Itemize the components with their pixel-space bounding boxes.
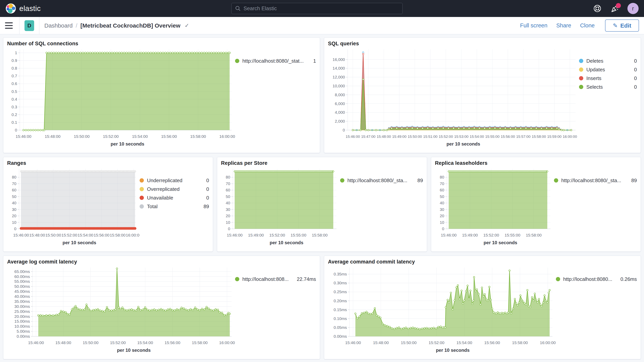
- replicas-per-store-chart[interactable]: 8070605040302010015:46:0015:49:0015:52:0…: [221, 166, 340, 240]
- svg-text:60: 60: [440, 188, 444, 192]
- svg-text:15:54:00: 15:54:00: [78, 233, 93, 237]
- svg-text:40: 40: [12, 201, 16, 205]
- svg-text:15.00ms: 15.00ms: [14, 319, 30, 324]
- svg-text:10: 10: [226, 220, 230, 224]
- replica-leaseholders-chart[interactable]: 8070605040302010015:46:0015:49:0015:52:0…: [435, 166, 554, 240]
- svg-text:15:46:00: 15:46:00: [441, 233, 456, 237]
- legend-label: Underreplicated: [147, 178, 203, 184]
- svg-text:10,000: 10,000: [332, 84, 345, 88]
- sql-queries-chart[interactable]: 16,00014,00012,00010,0008,0006,0004,0002…: [328, 47, 579, 141]
- avg-log-commit-latency-chart[interactable]: 65.00ms60.00ms55.00ms50.00ms45.00ms40.00…: [7, 265, 235, 348]
- svg-text:14,000: 14,000: [332, 66, 345, 70]
- legend-item[interactable]: Selects 0: [579, 84, 637, 90]
- panel-title: Replica leaseholders: [435, 160, 637, 166]
- svg-text:0: 0: [343, 128, 345, 132]
- svg-text:15:54:00: 15:54:00: [132, 134, 148, 138]
- legend-label: Inserts: [586, 75, 631, 81]
- avg-command-commit-latency-chart[interactable]: 0.35ms0.30ms0.25ms0.20ms0.15ms0.10ms0.05…: [328, 265, 556, 348]
- legend-label: http://localhost:8080/_sta...: [561, 178, 628, 184]
- breadcrumb: Dashboard / [Metricbeat CockroachDB] Ove…: [44, 22, 189, 29]
- svg-text:15:56:00: 15:56:00: [161, 134, 177, 138]
- svg-text:15:59:00: 15:59:00: [547, 134, 562, 138]
- svg-text:15:46:00: 15:46:00: [346, 134, 360, 138]
- help-button[interactable]: [593, 4, 602, 13]
- svg-text:50: 50: [226, 194, 230, 199]
- svg-text:15:58:00: 15:58:00: [190, 134, 206, 138]
- svg-text:16:00:00: 16:00:00: [540, 340, 556, 345]
- legend-value: 89: [418, 178, 423, 184]
- svg-text:16:00:00: 16:00:00: [563, 134, 577, 138]
- svg-text:15:56:00: 15:56:00: [484, 340, 500, 345]
- svg-text:15:50:00: 15:50:00: [408, 134, 422, 138]
- legend-item[interactable]: Total 89: [140, 203, 209, 210]
- legend-value: 0: [206, 186, 209, 192]
- x-axis-caption: per 10 seconds: [7, 348, 235, 356]
- svg-text:10: 10: [440, 220, 444, 224]
- svg-text:45.00ms: 45.00ms: [14, 289, 30, 294]
- full-screen-button[interactable]: Full screen: [520, 22, 548, 29]
- legend-item[interactable]: Underreplicated 0: [140, 177, 209, 184]
- svg-text:16:00:00: 16:00:00: [126, 233, 140, 237]
- share-button[interactable]: Share: [556, 22, 571, 29]
- legend-item[interactable]: http://localhost:8080/_stat... 1: [235, 58, 316, 64]
- legend-item[interactable]: http://localhost:8080... 0.26ms: [556, 276, 637, 282]
- svg-text:16,000: 16,000: [332, 57, 345, 62]
- svg-text:60: 60: [226, 188, 230, 192]
- legend-item[interactable]: http://localhost:8080/_sta... 89: [554, 177, 637, 184]
- legend-dot: [340, 178, 344, 182]
- legend-value: 89: [631, 178, 637, 184]
- legend-item[interactable]: Updates 0: [579, 66, 637, 73]
- legend-value: 1: [313, 58, 316, 64]
- legend-label: Total: [147, 204, 200, 210]
- legend-dot: [556, 277, 560, 281]
- legend-dot: [140, 187, 144, 191]
- svg-text:25.00ms: 25.00ms: [14, 309, 30, 314]
- legend-value: 0: [634, 75, 637, 81]
- legend-label: Selects: [586, 84, 631, 90]
- svg-text:15:58:00: 15:58:00: [532, 134, 546, 138]
- svg-text:70: 70: [440, 182, 444, 186]
- svg-text:15:55:00: 15:55:00: [485, 134, 500, 138]
- legend-item[interactable]: Deletes 0: [579, 58, 637, 64]
- svg-text:10.00ms: 10.00ms: [14, 324, 30, 328]
- whats-new-button[interactable]: [610, 4, 619, 13]
- legend-item[interactable]: Overreplicated 0: [140, 186, 209, 192]
- title-check-icon[interactable]: ✓: [185, 22, 189, 29]
- svg-text:0: 0: [228, 226, 230, 231]
- legend-label: http://localhost:8080...: [563, 276, 618, 282]
- svg-text:80: 80: [440, 175, 444, 179]
- ranges-chart[interactable]: 8070605040302010015:46:0015:48:0015:50:0…: [7, 166, 140, 240]
- lifebuoy-icon: [593, 4, 602, 13]
- legend-item[interactable]: http://localhost:8080/_sta... 89: [340, 177, 423, 184]
- menu-button[interactable]: [5, 21, 15, 31]
- deployment-badge[interactable]: D: [24, 20, 34, 31]
- svg-text:40.00ms: 40.00ms: [14, 294, 30, 298]
- legend-item[interactable]: http://localhost:808... 22.74ms: [235, 276, 316, 282]
- svg-text:15:56:00: 15:56:00: [501, 134, 515, 138]
- svg-text:15:52:00: 15:52:00: [439, 134, 453, 138]
- user-avatar[interactable]: r: [628, 3, 638, 14]
- legend-dot: [579, 85, 583, 89]
- panel-replicas-per-store: Replicas per Store 8070605040302010015:4…: [217, 157, 427, 252]
- svg-text:20: 20: [12, 214, 16, 218]
- svg-text:20: 20: [226, 214, 230, 218]
- legend-dot: [579, 59, 583, 63]
- global-search[interactable]: [232, 3, 402, 14]
- svg-text:15:57:00: 15:57:00: [516, 134, 530, 138]
- svg-text:15:52:00: 15:52:00: [483, 233, 499, 237]
- search-input[interactable]: [244, 6, 399, 12]
- edit-button[interactable]: ✎ Edit: [605, 20, 639, 32]
- svg-text:35.00ms: 35.00ms: [14, 299, 30, 304]
- clone-button[interactable]: Clone: [580, 22, 595, 29]
- elastic-logo-icon: [6, 3, 16, 14]
- breadcrumb-dashboard-link[interactable]: Dashboard: [44, 22, 73, 29]
- legend-item[interactable]: Inserts 0: [579, 75, 637, 82]
- legend-item[interactable]: Unavailable 0: [140, 194, 209, 201]
- sql-connections-chart[interactable]: 10.90.80.70.60.50.40.30.20.1015:46:0015:…: [7, 47, 235, 141]
- elastic-logo[interactable]: elastic: [6, 3, 41, 14]
- svg-text:2,000: 2,000: [335, 119, 345, 123]
- svg-text:15:58:00: 15:58:00: [312, 233, 328, 237]
- svg-text:15:55:00: 15:55:00: [504, 233, 520, 237]
- svg-text:0.15ms: 0.15ms: [334, 308, 347, 312]
- svg-text:30: 30: [12, 207, 16, 212]
